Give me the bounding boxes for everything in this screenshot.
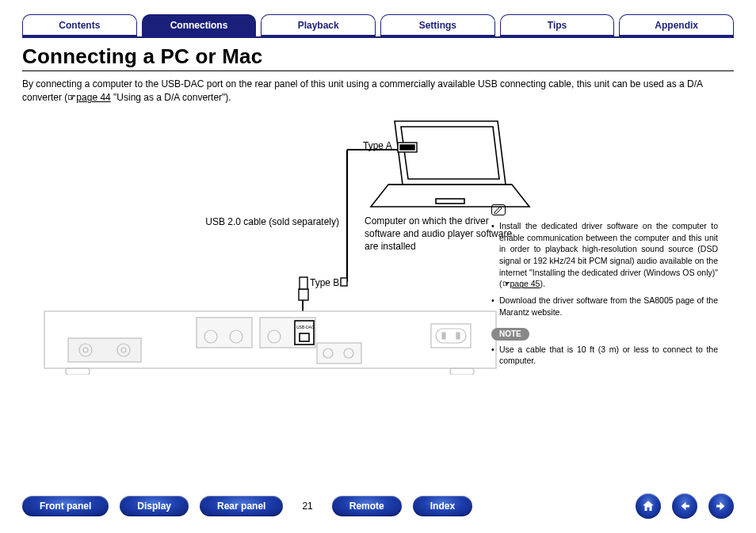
tab-underline bbox=[22, 36, 734, 38]
arrow-left-icon bbox=[678, 499, 692, 513]
svg-rect-14 bbox=[450, 368, 474, 375]
usb-cable-path bbox=[341, 150, 398, 282]
pill-label: Remote bbox=[349, 501, 384, 512]
usb-type-b-plug-icon bbox=[299, 277, 347, 300]
rear-panel-illustration: USB-DAC bbox=[44, 311, 496, 375]
tab-connections[interactable]: Connections bbox=[142, 14, 257, 35]
arrow-right-icon bbox=[714, 499, 728, 513]
svg-rect-13 bbox=[66, 368, 90, 375]
svg-rect-9 bbox=[299, 289, 308, 300]
bottom-nav: Front panel Display Rear panel 21 Remote… bbox=[22, 493, 734, 519]
note-badge: NOTE bbox=[491, 328, 529, 341]
top-nav-tabs: Contents Connections Playback Settings T… bbox=[22, 14, 734, 35]
side-bullet-download: Download the driver software from the SA… bbox=[491, 295, 718, 318]
home-icon bbox=[641, 499, 655, 513]
next-button[interactable] bbox=[708, 493, 734, 519]
pill-label: Rear panel bbox=[217, 501, 265, 512]
tab-playback[interactable]: Playback bbox=[261, 14, 376, 35]
side-page-link[interactable]: page 45 bbox=[510, 279, 540, 288]
usb-type-a-plug-icon bbox=[398, 143, 417, 152]
svg-rect-11 bbox=[341, 278, 347, 286]
pill-label: Front panel bbox=[40, 501, 91, 512]
nav-front-panel[interactable]: Front panel bbox=[22, 496, 109, 516]
svg-rect-32 bbox=[442, 333, 445, 339]
pointer-icon: ☞ bbox=[502, 279, 510, 288]
tab-label: Playback bbox=[298, 20, 339, 31]
svg-rect-10 bbox=[300, 277, 307, 289]
nav-rear-panel[interactable]: Rear panel bbox=[200, 496, 283, 516]
svg-rect-6 bbox=[400, 145, 414, 150]
tab-appendix[interactable]: Appendix bbox=[619, 14, 734, 35]
pill-label: Index bbox=[430, 501, 455, 512]
title-rule bbox=[22, 70, 734, 71]
tab-label: Connections bbox=[170, 20, 228, 31]
home-button[interactable] bbox=[636, 493, 661, 519]
side-notes: Install the dedicated driver software on… bbox=[491, 204, 718, 371]
page-number: 21 bbox=[302, 501, 312, 512]
svg-marker-1 bbox=[401, 127, 499, 179]
usb-dac-port-label: USB-DAC bbox=[296, 325, 315, 329]
nav-remote[interactable]: Remote bbox=[332, 496, 402, 516]
svg-rect-33 bbox=[456, 333, 460, 339]
tab-label: Appendix bbox=[655, 20, 698, 31]
tab-settings[interactable]: Settings bbox=[380, 14, 495, 35]
intro-paragraph: By connecting a computer to the USB-DAC … bbox=[22, 78, 734, 105]
prev-button[interactable] bbox=[672, 493, 697, 519]
pill-label: Display bbox=[137, 501, 171, 512]
side-bullet-driver: Install the dedicated driver software on… bbox=[491, 220, 718, 290]
svg-rect-4 bbox=[436, 199, 464, 204]
nav-index[interactable]: Index bbox=[413, 496, 472, 516]
pencil-icon bbox=[491, 204, 506, 215]
svg-rect-20 bbox=[197, 318, 252, 348]
tab-tips[interactable]: Tips bbox=[500, 14, 615, 35]
tab-label: Settings bbox=[419, 20, 456, 31]
intro-text-b: "Using as a D/A converter"). bbox=[111, 92, 231, 103]
page-title: Connecting a PC or Mac bbox=[22, 44, 734, 69]
svg-rect-26 bbox=[300, 333, 309, 341]
tab-contents[interactable]: Contents bbox=[22, 14, 137, 35]
side-bullet-text-b: ). bbox=[540, 279, 544, 288]
nav-display[interactable]: Display bbox=[120, 496, 189, 516]
pointer-icon: ☞ bbox=[67, 92, 76, 103]
tab-label: Tips bbox=[548, 20, 567, 31]
intro-page-link[interactable]: page 44 bbox=[76, 92, 110, 103]
note-bullet-cable: Use a cable that is 10 ft (3 m) or less … bbox=[491, 344, 718, 367]
laptop-icon bbox=[371, 121, 529, 207]
tab-label: Contents bbox=[59, 20, 100, 31]
